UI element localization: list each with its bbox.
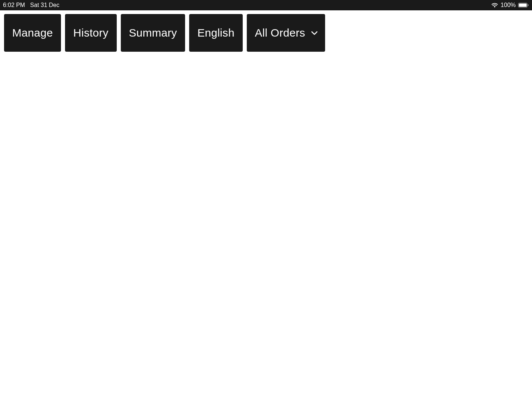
status-battery-percent: 100% xyxy=(501,2,516,8)
toolbar: Manage History Summary English All Order… xyxy=(0,10,532,55)
manage-button-label: Manage xyxy=(12,27,53,39)
svg-rect-1 xyxy=(519,4,527,7)
wifi-icon xyxy=(491,3,498,8)
battery-icon xyxy=(518,3,529,8)
status-time: 6:02 PM xyxy=(3,2,25,8)
status-bar-right: 100% xyxy=(491,2,529,8)
all-orders-dropdown-label: All Orders xyxy=(255,27,305,39)
english-button[interactable]: English xyxy=(189,14,243,52)
svg-rect-2 xyxy=(528,4,529,6)
chevron-down-icon xyxy=(310,29,318,37)
history-button[interactable]: History xyxy=(65,14,116,52)
all-orders-dropdown[interactable]: All Orders xyxy=(247,14,325,52)
status-bar-left: 6:02 PM Sat 31 Dec xyxy=(3,2,59,8)
history-button-label: History xyxy=(73,27,108,39)
english-button-label: English xyxy=(197,27,235,39)
status-date: Sat 31 Dec xyxy=(30,2,59,8)
summary-button[interactable]: Summary xyxy=(121,14,185,52)
summary-button-label: Summary xyxy=(129,27,177,39)
manage-button[interactable]: Manage xyxy=(4,14,61,52)
status-bar: 6:02 PM Sat 31 Dec 100% xyxy=(0,0,532,10)
